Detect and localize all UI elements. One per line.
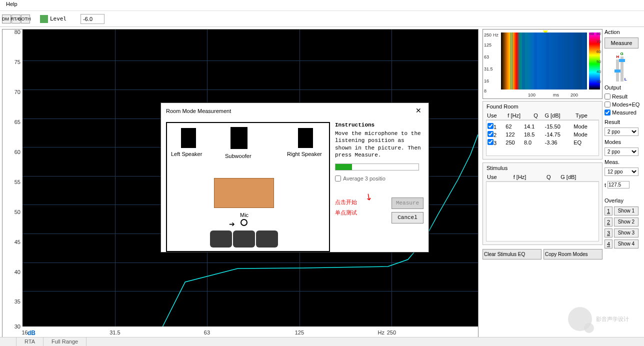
menu-bar: Help (0, 0, 644, 11)
slider-h[interactable] (616, 60, 619, 82)
seat-icon (256, 230, 278, 248)
cb-tick: 40 (596, 70, 601, 74)
col-q: Q (546, 173, 560, 182)
slider-l-label: L (624, 77, 627, 82)
measure-button[interactable]: Measure (604, 38, 638, 48)
x-tick: 125 (295, 330, 304, 336)
status-cell: Full Range (44, 338, 86, 346)
slider-g[interactable] (620, 56, 624, 82)
overlay-1-num[interactable]: 1 (604, 206, 612, 216)
spec-ytick: 250 (484, 32, 492, 38)
average-checkbox-row[interactable]: Average 3 positio (335, 176, 424, 182)
col-f: f [Hz] (506, 112, 532, 120)
y-tick: 70 (14, 89, 20, 95)
y-tick: 30 (14, 324, 20, 330)
stimulus-table: Use f [Hz] Q G [dB] (486, 173, 599, 182)
table-row[interactable]: 16214.1-15.50Mode (486, 122, 598, 130)
stimulus-group: Stimulus Use f [Hz] Q G [dB] (482, 162, 602, 245)
instructions-title: Instructions (335, 122, 424, 128)
y-tick: 50 (14, 209, 20, 215)
measured-checkbox-row[interactable]: Measured (604, 110, 638, 116)
cb-tick: 70 (596, 40, 601, 44)
subwoofer-label: Subwoofer (225, 153, 252, 159)
use-checkbox[interactable] (488, 131, 494, 137)
meas-title: Meas. (604, 159, 638, 165)
col-g: G [dB] (560, 173, 599, 182)
mic-icon (240, 219, 248, 226)
modes-select[interactable]: 2 ppo (604, 148, 638, 156)
dialog-title-text: Room Mode Measurement (166, 108, 231, 114)
spec-xunit: ms (553, 92, 559, 98)
instructions-text: Move the microphone to the listening pos… (335, 130, 424, 158)
close-icon[interactable]: ✕ (414, 106, 424, 116)
room-mode-dialog: Room Mode Measurement ✕ Left Speaker Sub… (160, 102, 429, 252)
y-tick: 80 (14, 29, 20, 35)
modeseq-checkbox-row[interactable]: Modes+EQ (604, 102, 638, 108)
cb-tick: 80 (596, 32, 601, 36)
toolbar: DM RTA BOTH Level -6.0 (0, 11, 644, 27)
spec-ytick: 8 (484, 88, 486, 94)
x-tick: 16 (22, 330, 28, 336)
table-row[interactable]: 32508.0-3.36EQ (486, 138, 598, 146)
action-title: Action (604, 29, 638, 35)
status-cell (0, 338, 16, 346)
y-tick: 40 (14, 269, 20, 275)
overlay-show-4[interactable]: Show 4 (614, 240, 638, 248)
dialog-titlebar[interactable]: Room Mode Measurement ✕ (161, 103, 428, 119)
found-room-group: Found Room Use f [Hz] Q G [dB] Type 1621… (482, 101, 602, 160)
spec-xtick: 100 (528, 92, 536, 98)
table-row[interactable]: 212218.5-14.75Mode (486, 130, 598, 138)
overlay-3-num[interactable]: 3 (604, 228, 612, 238)
overlay-show-1[interactable]: Show 1 (614, 206, 638, 216)
arrow-icon: ➔ (229, 220, 235, 228)
subwoofer-icon (230, 127, 248, 149)
overlay-4-num[interactable]: 4 (604, 240, 612, 248)
spec-xtick: 200 (570, 92, 578, 98)
level-value-input[interactable]: -6.0 (80, 14, 104, 24)
room-diagram: Left Speaker Subwoofer Right Speaker Mic… (166, 122, 330, 252)
slider-h-label: H (616, 54, 620, 59)
found-room-title: Found Room (485, 104, 520, 110)
meas-select[interactable]: 12 ppo (604, 168, 638, 176)
stimulus-rows (486, 182, 599, 242)
average-label: Average 3 positio (343, 176, 386, 182)
col-f: f [Hz] (512, 173, 546, 182)
use-checkbox[interactable] (488, 123, 494, 129)
seat-icon (233, 230, 255, 248)
result-title: Result (604, 119, 638, 125)
left-speaker-label: Left Speaker (171, 151, 202, 157)
modeseq-checkbox[interactable] (604, 102, 610, 108)
status-bar: RTA Full Range (0, 337, 644, 346)
result-checkbox-row[interactable]: Result (604, 94, 638, 100)
spectrogram-plot (501, 32, 587, 90)
result-checkbox[interactable] (604, 94, 610, 100)
mic-label: Mic (240, 212, 248, 218)
right-speaker-icon (298, 128, 313, 148)
found-room-table: Use f [Hz] Q G [dB] Type (486, 112, 599, 120)
cb-tick: 50 (596, 60, 601, 64)
spec-ytick: 125 (484, 42, 492, 48)
annotation-text: 点击开始↘ 单点测试 (335, 196, 424, 218)
col-use: Use (486, 112, 506, 120)
toolbar-both-button[interactable]: BOTH (21, 14, 30, 24)
spec-ytick: 63 (484, 54, 489, 60)
clear-stimulus-button[interactable]: Clear Stimulus EQ (482, 249, 542, 260)
col-g: G [dB] (544, 112, 574, 120)
result-select[interactable]: 2 ppo (604, 128, 638, 136)
copy-room-modes-button[interactable]: Copy Room Modes (544, 249, 602, 260)
toolbar-dm-button[interactable]: DM (2, 14, 11, 24)
menu-help[interactable]: Help (4, 0, 20, 8)
spec-ytick: 16 (484, 78, 489, 84)
overlay-show-3[interactable]: Show 3 (614, 228, 638, 238)
right-panel: 250 Hz 125 63 31.5 16 8 80 dB 70 60 50 4… (480, 27, 640, 342)
progress-fill (336, 164, 352, 170)
cb-unit: dB (589, 32, 594, 36)
average-checkbox[interactable] (335, 176, 341, 182)
overlay-show-2[interactable]: Show 2 (614, 218, 638, 226)
t-input[interactable] (608, 181, 630, 188)
y-tick: 65 (14, 119, 20, 125)
x-tick: 250 (387, 330, 396, 336)
measured-checkbox[interactable] (604, 110, 610, 116)
overlay-2-num[interactable]: 2 (604, 218, 612, 226)
use-checkbox[interactable] (488, 139, 494, 145)
